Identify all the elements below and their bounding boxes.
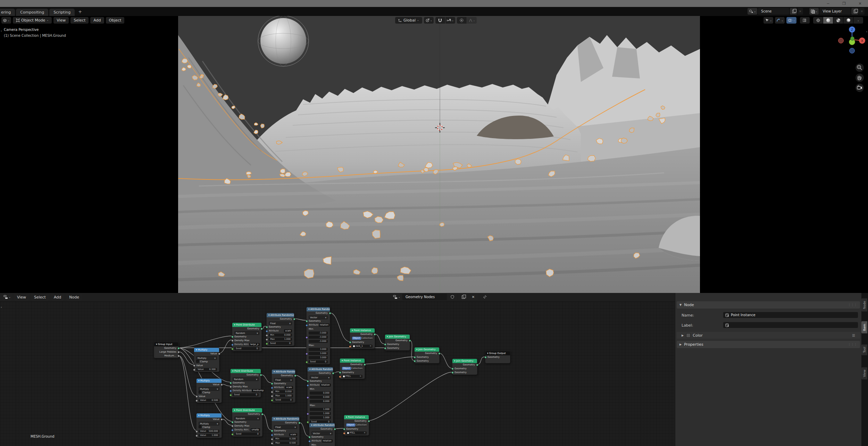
node-header[interactable]: ▾ Join Geometry [452,359,477,363]
view-layer-delete-button[interactable]: ✕ [859,8,865,15]
color-swatch[interactable] [686,333,691,338]
node-join-geometry[interactable]: ▾ Join GeometryGeometryGeometryGeometry [414,347,440,363]
node-value-field[interactable]: Min0.000 [269,334,292,337]
node-header[interactable]: ▾ Point Instance [340,359,365,363]
input-socket[interactable] [229,382,232,384]
toggle-collection[interactable]: Collection [356,423,367,427]
input-socket[interactable] [414,360,416,362]
node-enum-dropdown[interactable]: Multiply▼ [199,422,219,426]
input-socket[interactable] [349,345,351,348]
node-vector-field[interactable]: 1.000 [310,412,331,415]
snap-settings-dropdown[interactable]: ⌄ [445,17,455,24]
input-socket[interactable] [343,432,345,435]
input-socket[interactable] [266,326,268,328]
zoom-button[interactable] [856,64,864,72]
node-enum-dropdown[interactable]: Multiply▼ [199,387,219,391]
output-socket[interactable] [260,328,263,330]
scene-copy-button[interactable] [790,8,797,15]
input-socket[interactable] [266,330,268,333]
input-socket[interactable] [339,371,341,374]
node-point-instance[interactable]: ▾ Point InstanceGeometryObjectCollection… [344,415,369,436]
node-value-field[interactable]: Seed0 [233,393,259,396]
axis-negz[interactable] [850,48,855,53]
camera-view-button[interactable] [856,84,864,92]
input-socket[interactable] [231,421,234,423]
input-socket[interactable] [231,348,234,350]
node-attribute-field[interactable]: Density Attri.smallp [234,428,260,431]
input-socket[interactable] [307,413,309,415]
input-socket[interactable] [306,361,308,363]
node-attribute-field[interactable]: Attributerotation [310,384,331,387]
node-vector-field[interactable]: -3.000 [309,336,328,339]
node-vector-field[interactable]: 3.000 [309,356,328,359]
properties-panel-header[interactable]: ▶ Properties ⋮⋮⋮ [677,341,860,348]
input-socket[interactable] [271,382,273,385]
node-enum-dropdown[interactable]: Vector▼ [309,315,328,319]
workspace-tab-compositing[interactable]: Compositing [16,9,48,16]
node-header[interactable]: ▾ Multiply [197,413,222,418]
axis-x-label[interactable]: X [861,39,863,43]
snap-toggle[interactable] [435,17,445,24]
shading-material-button[interactable] [833,17,843,24]
input-socket[interactable] [349,341,351,344]
sidebar-tab-tool[interactable]: Tool [861,344,867,355]
input-socket[interactable] [266,338,268,341]
node-value-field[interactable]: Value1.000 [199,434,219,437]
input-socket[interactable] [339,376,341,378]
scene-name-field[interactable]: Scene [758,8,789,15]
axis-negx[interactable] [838,38,844,43]
node-header[interactable]: ▾ Multiply [197,379,222,383]
output-socket[interactable] [218,353,220,355]
node-name-field[interactable]: Point Instance [723,312,858,318]
node-object-field[interactable]: rock_1✕ [352,345,373,348]
node-group-input[interactable]: ▾ Group InputGeometryLarge PebblesMedium… [154,342,179,358]
input-socket[interactable] [195,395,198,398]
viewport-menu-object[interactable]: Object [106,17,125,24]
input-socket[interactable] [229,386,232,388]
input-socket[interactable] [306,336,308,339]
scene-browse-button[interactable]: ⌄ [748,8,757,15]
output-socket[interactable] [177,351,180,353]
node-attribute-field[interactable]: Attributerotation [309,323,328,327]
node-vector-field[interactable]: 0.000 [310,392,331,395]
node-vector-field[interactable]: -3.000 [309,340,328,343]
node-value-field[interactable]: Min0.050 [274,390,293,393]
input-socket[interactable] [229,394,232,396]
node-value-field[interactable]: Seed0 [309,360,328,363]
input-socket[interactable] [484,356,487,359]
node-join-geometry[interactable]: ▾ Join GeometryGeometryGeometryGeometry [452,359,477,375]
output-socket[interactable] [438,352,441,355]
node-attribute-field[interactable]: Attributescale [269,329,292,333]
node-checkbox[interactable]: Clamp [194,360,219,364]
input-socket[interactable] [231,336,234,338]
node-value-field[interactable]: Seed0 [234,347,259,350]
output-socket[interactable] [298,422,301,424]
sidebar-tab-view[interactable]: View [861,367,867,379]
node-enum-dropdown[interactable]: Random▼ [234,331,259,335]
workspace-tab-ering[interactable]: ering [0,9,15,16]
input-socket[interactable] [266,343,268,345]
node-value-field[interactable]: Seed0 [234,432,260,436]
node-object-field[interactable]: PTCL✕ [346,431,367,435]
node-value-field[interactable]: Max0.500 [274,441,297,445]
output-socket[interactable] [220,384,223,386]
node-value-field[interactable]: Seed0 [274,398,293,402]
output-socket[interactable] [293,318,295,320]
axis-negy[interactable] [851,37,854,41]
node-value-field[interactable]: Value500.000 [199,430,219,433]
node-panel-header[interactable]: ▼ Node ⋮⋮⋮ [677,301,860,309]
node-attribute-randomize[interactable]: ▾ Attribute RandomizeGeometryFloat▼Geome… [266,313,294,346]
sidebar-tab-item[interactable]: Item [861,321,867,334]
node-enum-dropdown[interactable]: Multiply▼ [196,356,217,360]
maximize-button[interactable]: ❐ [836,0,852,7]
node-attribute-randomize[interactable]: ▾ Attribute RandomizeGeometryFloat▼Geome… [272,416,300,446]
view-layer-browse-button[interactable]: ⌄ [809,8,819,15]
node-point-distribute[interactable]: ▾ Point DistributeGeometryRandom▼Geometr… [232,408,262,437]
input-socket[interactable] [193,369,195,371]
node-header[interactable]: ▾ Join Geometry [385,335,410,339]
proportional-editing-toggle[interactable] [457,17,467,24]
input-socket[interactable] [384,347,386,350]
node-group-output[interactable]: ▾ Group OutputGeometry [485,351,510,363]
node-header[interactable]: ▾ Point Distribute [232,408,262,412]
input-socket[interactable] [307,384,309,387]
